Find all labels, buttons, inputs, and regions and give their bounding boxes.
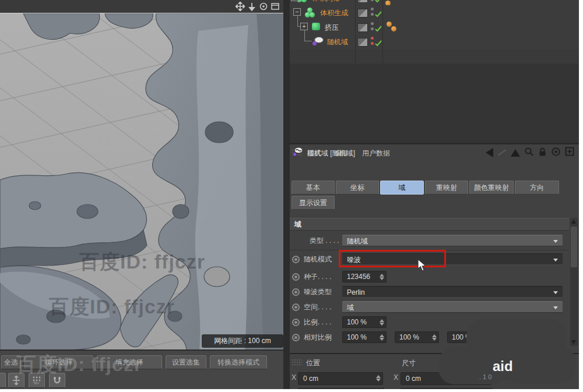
state-dot[interactable]: [371, 42, 374, 45]
panel-grip-icon[interactable]: [292, 359, 302, 366]
object-row[interactable]: −体积生成: [290, 5, 579, 20]
number-field[interactable]: 100 %: [395, 331, 439, 343]
object-row[interactable]: 随机域: [290, 34, 579, 50]
scrollbar-thumb[interactable]: [571, 227, 577, 267]
dropdown-Perlin[interactable]: Perlin: [342, 286, 563, 298]
menu-user-data[interactable]: 用户数据: [362, 149, 390, 158]
stepper-icon[interactable]: [380, 334, 384, 341]
menu-mode[interactable]: 模式: [307, 149, 321, 158]
object-name[interactable]: 体积网格: [312, 0, 340, 3]
enabled-check-icon[interactable]: [375, 9, 382, 20]
palette-button[interactable]: 全选: [1, 355, 21, 369]
target-icon[interactable]: [551, 147, 561, 159]
palette-button[interactable]: 转换选择模式: [210, 355, 267, 369]
stepper-icon[interactable]: [432, 334, 437, 341]
enabled-check-icon[interactable]: [375, 0, 382, 5]
menu-edit[interactable]: 编辑: [334, 149, 348, 158]
tab-颜色重映射[interactable]: 颜色重映射: [469, 181, 514, 195]
expand-plus-icon[interactable]: +: [300, 23, 308, 30]
object-name[interactable]: 挤压: [325, 23, 339, 33]
keyframe-circle-icon[interactable]: [292, 334, 300, 341]
size-y-field[interactable]: [401, 388, 493, 389]
number-field[interactable]: 100 %: [342, 316, 387, 328]
layer-swatch[interactable]: [357, 23, 368, 32]
quantize-icon[interactable]: %=: [29, 373, 45, 388]
tab-方向[interactable]: 方向: [515, 181, 559, 195]
expand-minus-icon[interactable]: −: [293, 8, 301, 16]
palette-button[interactable]: 填充选择: [97, 355, 162, 369]
enabled-check-icon[interactable]: [375, 24, 382, 34]
expand-minus-icon[interactable]: −: [291, 0, 298, 1]
tab-域[interactable]: 域: [380, 181, 424, 195]
dolly-icon[interactable]: [247, 2, 257, 11]
dropdown-随机域[interactable]: 随机域: [342, 235, 563, 246]
scroll-down-icon[interactable]: [571, 340, 576, 344]
viewport[interactable]: 百度ID: ffjczr 百度ID: ffjczr: [0, 13, 283, 350]
keyframe-circle-icon[interactable]: [292, 256, 300, 263]
tab-基本[interactable]: 基本: [292, 181, 335, 195]
state-dot[interactable]: [371, 13, 374, 16]
tab-显示设置[interactable]: 显示设置: [292, 196, 335, 210]
column-divider: [382, 0, 383, 63]
: [312, 23, 320, 30]
layer-swatch[interactable]: [357, 9, 368, 17]
panel-divider[interactable]: [283, 0, 290, 389]
magnet-icon[interactable]: [49, 373, 65, 388]
tag-icon[interactable]: [387, 22, 392, 27]
number-field[interactable]: 100 %: [342, 331, 387, 343]
object-manager-empty-area[interactable]: [290, 64, 579, 143]
layer-swatch[interactable]: [357, 0, 368, 3]
: [312, 41, 317, 45]
object-name[interactable]: 随机域: [327, 37, 348, 47]
transform-icon[interactable]: [8, 373, 24, 388]
state-dot[interactable]: [371, 37, 374, 40]
keyframe-circle-icon[interactable]: [292, 273, 300, 281]
stepper-icon[interactable]: [376, 375, 381, 382]
random-field-icon[interactable]: [312, 36, 324, 47]
tab-坐标[interactable]: 坐标: [336, 181, 379, 195]
chevron-down-icon: [553, 291, 558, 294]
orbit-icon[interactable]: [259, 2, 268, 11]
position-x-field[interactable]: 0 cm: [298, 372, 383, 385]
keyframe-circle-icon[interactable]: [292, 303, 300, 311]
object-name[interactable]: 体积生成: [320, 8, 348, 18]
stepper-icon[interactable]: [380, 319, 384, 326]
field-label: 噪波类型: [304, 284, 332, 299]
axis-x-label: X: [394, 373, 398, 382]
back-icon[interactable]: [486, 148, 493, 157]
state-dot[interactable]: [371, 27, 374, 30]
state-dot[interactable]: [371, 8, 374, 10]
keyframe-circle-icon[interactable]: [292, 288, 300, 296]
lock-icon[interactable]: [538, 147, 547, 159]
volume-builder-icon[interactable]: [304, 7, 316, 17]
state-dot[interactable]: [371, 0, 374, 1]
position-y-field[interactable]: [298, 388, 384, 389]
icon-button-partial[interactable]: [0, 373, 6, 388]
pan-icon[interactable]: [236, 2, 245, 11]
tab-重映射[interactable]: 重映射: [425, 181, 468, 195]
scroll-up-icon[interactable]: [571, 220, 576, 224]
maximize-icon[interactable]: [271, 2, 280, 11]
object-manager: −体积网格−体积生成+挤压随机域: [290, 0, 579, 143]
field-label: 相对比例: [304, 330, 332, 345]
tag-icon[interactable]: [391, 26, 396, 31]
keyframe-circle-icon[interactable]: [292, 319, 300, 326]
add-panel-icon[interactable]: [565, 147, 574, 158]
scrollbar[interactable]: [570, 218, 578, 346]
layer-swatch[interactable]: [357, 38, 368, 47]
search-icon[interactable]: [524, 147, 534, 159]
object-row[interactable]: +挤压: [290, 20, 579, 35]
palette-button[interactable]: 设置选集: [166, 355, 206, 369]
dropdown-域[interactable]: 域: [342, 301, 563, 313]
enabled-check-icon[interactable]: [375, 38, 382, 49]
palette-button[interactable]: 循环选择: [24, 355, 93, 369]
section-header[interactable]: 域: [290, 218, 569, 231]
attribute-header-icons: [486, 147, 574, 158]
stepper-icon[interactable]: [380, 273, 384, 281]
field-row-2: 种子. . . .123456: [290, 269, 569, 284]
field-row-4: 空间. . . .域: [290, 299, 569, 315]
number-field[interactable]: 123456: [342, 271, 387, 282]
state-dot[interactable]: [371, 22, 374, 25]
up-icon[interactable]: [511, 149, 520, 157]
extrude-icon[interactable]: [311, 22, 323, 32]
